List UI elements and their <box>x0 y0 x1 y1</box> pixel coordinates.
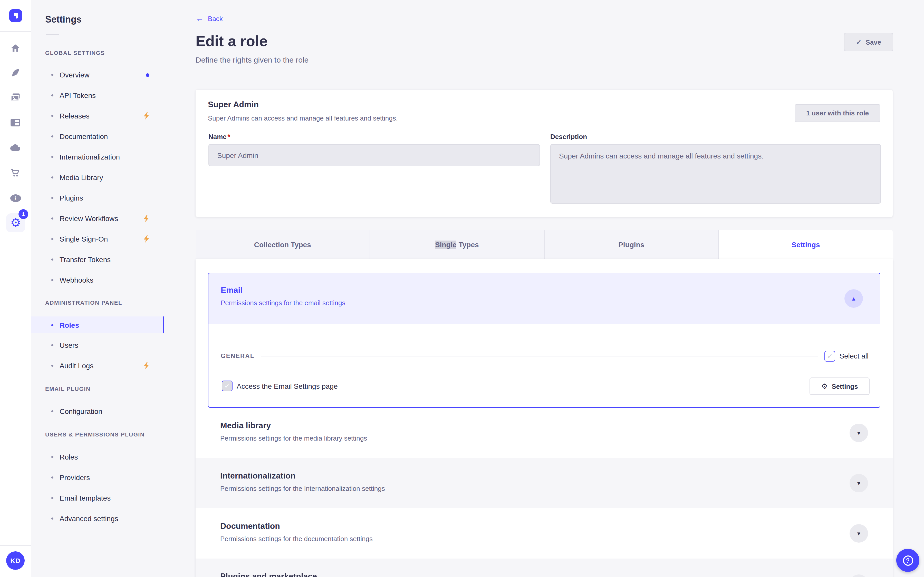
section-email-plugin: EMAIL PLUGIN <box>45 386 90 392</box>
sidebar-item-users[interactable]: Users <box>31 335 163 355</box>
sidebar-item-transfer-tokens[interactable]: Transfer Tokens <box>31 249 163 270</box>
main-content: ← Back Edit a role Define the rights giv… <box>163 0 924 577</box>
plugins-marketplace-permission-row[interactable]: Plugins and marketplace ▼ <box>195 559 893 577</box>
description-label: Description <box>550 133 587 140</box>
email-permission-subtitle: Permissions settings for the email setti… <box>221 299 346 307</box>
expand-button[interactable]: ▼ <box>850 474 868 492</box>
access-email-settings-label: Access the Email Settings page <box>237 382 338 390</box>
sidebar-item-providers[interactable]: Providers <box>31 467 163 488</box>
content-type-builder-icon[interactable] <box>0 113 31 132</box>
email-permission-header[interactable]: Email Permissions settings for the email… <box>208 273 880 324</box>
strapi-logo-icon[interactable] <box>9 9 22 22</box>
back-link[interactable]: ← Back <box>195 15 223 23</box>
bullet-icon <box>51 135 53 137</box>
marketplace-cart-icon[interactable] <box>0 164 31 182</box>
icon-sidebar: i ⚙ 1 KD <box>0 0 31 577</box>
divider <box>0 31 31 32</box>
sidebar-item-configuration[interactable]: Configuration <box>31 401 163 422</box>
general-section-row: GENERAL ✓ Select all <box>221 350 869 362</box>
bullet-icon <box>51 156 53 158</box>
tab-plugins[interactable]: Plugins <box>544 230 719 259</box>
sidebar-item-api-tokens[interactable]: API Tokens <box>31 85 163 106</box>
name-label: Name* <box>208 133 230 140</box>
description-textarea[interactable]: Super Admins can access and manage all f… <box>550 144 881 204</box>
sidebar-item-documentation[interactable]: Documentation <box>31 126 163 147</box>
back-arrow-icon: ← <box>195 15 204 23</box>
access-email-settings-row: ✓ Access the Email Settings page <box>222 380 338 391</box>
name-input[interactable]: Super Admin <box>208 144 540 166</box>
divider <box>260 356 818 356</box>
sidebar-item-roles-active[interactable]: Roles <box>31 316 164 334</box>
sidebar-item-up-roles[interactable]: Roles <box>31 447 163 467</box>
question-mark-icon: ? <box>903 555 913 566</box>
row-subtitle: Permissions settings for the documentati… <box>220 535 373 543</box>
bullet-icon <box>51 456 53 458</box>
general-section-label: GENERAL <box>221 352 254 359</box>
sidebar-item-review-workflows[interactable]: Review Workflows <box>31 208 163 229</box>
email-settings-button[interactable]: ⚙ Settings <box>809 377 869 395</box>
role-description-text: Super Admins can access and manage all f… <box>208 114 398 122</box>
divider <box>0 545 31 546</box>
info-icon[interactable]: i <box>0 189 31 207</box>
bullet-icon <box>51 410 53 413</box>
home-icon[interactable] <box>0 39 31 58</box>
bullet-icon <box>51 497 53 499</box>
notification-dot-icon <box>146 73 149 77</box>
email-permission-card: Email Permissions settings for the email… <box>208 273 880 408</box>
page-subtitle: Define the rights given to the role <box>195 55 309 64</box>
help-button[interactable]: ? <box>896 549 919 572</box>
media-library-permission-row[interactable]: Media library Permissions settings for t… <box>195 408 893 458</box>
sidebar-item-overview[interactable]: Overview <box>31 64 163 85</box>
select-all-label: Select all <box>839 352 869 360</box>
sidebar-item-releases[interactable]: Releases <box>31 106 163 126</box>
row-title: Internationalization <box>220 471 296 480</box>
tab-single-types[interactable]: Single Types <box>370 230 544 259</box>
sidebar-item-internationalization[interactable]: Internationalization <box>31 147 163 167</box>
sidebar-item-email-templates[interactable]: Email templates <box>31 488 163 508</box>
media-library-icon[interactable] <box>0 88 31 107</box>
chevron-down-icon: ▼ <box>856 430 861 436</box>
row-subtitle: Permissions settings for the Internation… <box>220 485 385 492</box>
expand-button[interactable]: ▼ <box>850 524 868 543</box>
cloud-icon[interactable] <box>0 139 31 157</box>
sidebar-item-audit-logs[interactable]: Audit Logs <box>31 355 163 376</box>
divider <box>46 34 59 35</box>
settings-tab-panel: Email Permissions settings for the email… <box>195 259 893 577</box>
save-button[interactable]: ✓ Save <box>844 33 893 51</box>
row-title: Plugins and marketplace <box>220 572 317 577</box>
user-avatar[interactable]: KD <box>6 551 25 570</box>
bullet-icon <box>51 176 53 179</box>
row-title: Media library <box>220 421 271 430</box>
email-permission-title: Email <box>221 286 242 295</box>
gear-icon: ⚙ <box>821 383 827 390</box>
bullet-icon <box>51 279 53 281</box>
sidebar-item-single-sign-on[interactable]: Single Sign-On <box>31 229 163 249</box>
content-manager-icon[interactable] <box>0 64 31 82</box>
select-all-checkbox[interactable]: ✓ <box>824 351 835 361</box>
selected-text: Single <box>435 240 457 248</box>
bullet-icon <box>51 238 53 240</box>
documentation-permission-row[interactable]: Documentation Permissions settings for t… <box>195 508 893 559</box>
row-title: Documentation <box>220 522 280 531</box>
sidebar-item-webhooks[interactable]: Webhooks <box>31 270 163 290</box>
required-asterisk: * <box>228 133 230 140</box>
bullet-icon <box>51 477 53 479</box>
chevron-down-icon: ▼ <box>856 480 861 486</box>
section-global-settings: GLOBAL SETTINGS <box>45 50 105 56</box>
strapi-settings-page: i ⚙ 1 KD Settings GLOBAL SETTINGS Overvi… <box>0 0 924 577</box>
sidebar-item-advanced-settings[interactable]: Advanced settings <box>31 508 163 529</box>
collapse-button[interactable]: ▲ <box>845 289 863 308</box>
sidebar-item-media-library[interactable]: Media Library <box>31 167 163 188</box>
tab-collection-types[interactable]: Collection Types <box>195 230 370 259</box>
bullet-icon <box>51 197 53 199</box>
sidebar-item-plugins[interactable]: Plugins <box>31 188 163 208</box>
role-name-heading: Super Admin <box>208 100 259 109</box>
expand-button[interactable]: ▼ <box>850 424 868 442</box>
expand-button[interactable]: ▼ <box>850 574 868 577</box>
users-with-role-button[interactable]: 1 user with this role <box>795 104 880 122</box>
internationalization-permission-row[interactable]: Internationalization Permissions setting… <box>195 458 893 508</box>
access-email-settings-checkbox[interactable]: ✓ <box>222 380 233 391</box>
check-icon: ✓ <box>827 352 833 360</box>
tab-settings[interactable]: Settings <box>719 230 893 259</box>
lightning-icon <box>143 235 149 243</box>
